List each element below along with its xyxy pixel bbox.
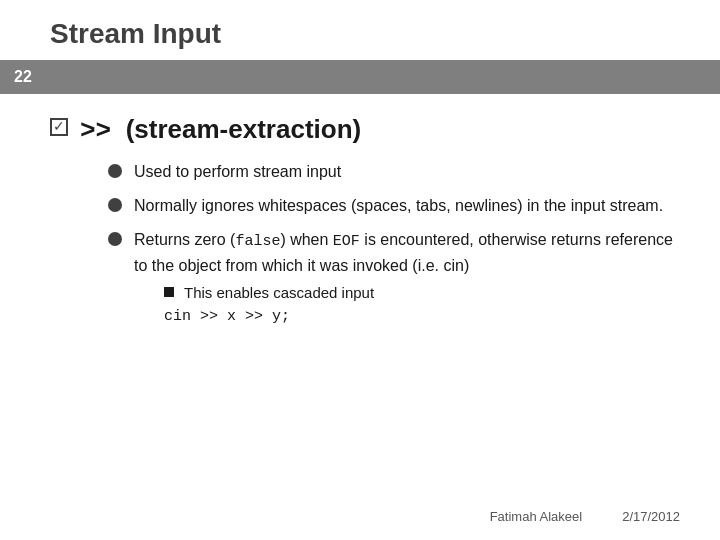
content-area: >> (stream-extraction) Used to perform s…: [0, 94, 720, 355]
code-false: false: [235, 233, 280, 250]
footer: Fatimah Alakeel 2/17/2012: [490, 509, 680, 524]
nested-bullet-1: This enables cascaded input: [164, 282, 680, 305]
nested-bullet-text: This enables cascaded input: [184, 282, 374, 305]
checkbox-icon: [50, 118, 68, 136]
circle-bullet-icon: [108, 164, 122, 178]
top-bullet-label: >> (stream-extraction): [80, 114, 361, 146]
nested-bullets: This enables cascaded input: [134, 282, 680, 305]
sub-bullet-1: Used to perform stream input: [108, 160, 680, 184]
top-bullet-text-label: (stream-extraction): [126, 114, 362, 144]
square-bullet-icon: [164, 287, 174, 297]
sub-bullets: Used to perform stream input Normally ig…: [50, 160, 680, 329]
circle-bullet-icon: [108, 198, 122, 212]
footer-date: 2/17/2012: [622, 509, 680, 524]
operator-symbol: >>: [80, 116, 111, 146]
sub-bullet-1-text: Used to perform stream input: [134, 160, 341, 184]
sub-bullet-3-text: Returns zero (false) when EOF is encount…: [134, 231, 673, 274]
sub-bullet-2-text: Normally ignores whitespaces (spaces, ta…: [134, 194, 663, 218]
slide-container: Stream Input 22 >> (stream-extraction) U…: [0, 0, 720, 540]
title-bar: Stream Input: [0, 0, 720, 60]
code-line: cin >> x >> y;: [134, 308, 680, 325]
sub-bullet-2: Normally ignores whitespaces (spaces, ta…: [108, 194, 680, 218]
footer-author: Fatimah Alakeel: [490, 509, 583, 524]
sub-bullet-3-content: Returns zero (false) when EOF is encount…: [134, 228, 680, 329]
circle-bullet-icon: [108, 232, 122, 246]
sub-bullet-3: Returns zero (false) when EOF is encount…: [108, 228, 680, 329]
slide-title: Stream Input: [50, 18, 221, 49]
slide-number: 22: [14, 68, 32, 86]
slide-number-bar: 22: [0, 60, 720, 94]
code-eof: EOF: [333, 233, 360, 250]
top-bullet: >> (stream-extraction): [50, 114, 680, 146]
